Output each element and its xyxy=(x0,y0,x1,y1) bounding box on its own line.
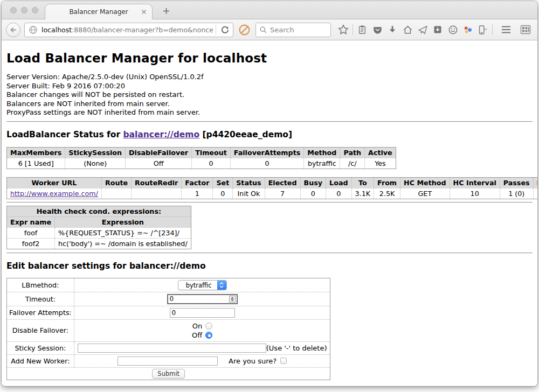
worker-table: Worker URL Route RouteRedir Factor Set S… xyxy=(6,177,537,199)
data-cell: hc('body') =~ /domain is established/ xyxy=(55,238,191,249)
header-cell: Worker URL xyxy=(7,177,102,188)
header-cell: Factor xyxy=(182,177,213,188)
header-cell: Status xyxy=(233,177,265,188)
pocket-button[interactable] xyxy=(370,22,385,37)
header-cell: DisableFailover xyxy=(126,147,192,158)
health-check-table: Health check cond. expressions: Expr nam… xyxy=(6,206,191,249)
edit-settings-heading: Edit balancer settings for balancer://de… xyxy=(6,261,533,271)
persist-note: Balancer changes will NOT be persisted o… xyxy=(6,90,533,100)
select-stepper-icon xyxy=(217,281,226,290)
home-button[interactable] xyxy=(400,22,415,37)
search-input[interactable] xyxy=(270,26,324,34)
worker-url-link[interactable]: http://www.example.com/ xyxy=(10,190,98,198)
disable-failover-label: Disable Failover: xyxy=(7,319,74,341)
plus-icon xyxy=(163,8,170,15)
data-cell: Yes xyxy=(365,158,396,169)
extension-button[interactable] xyxy=(460,22,475,37)
browser-tab[interactable]: Balancer Manager xyxy=(45,4,153,19)
tab-close-icon[interactable] xyxy=(141,9,147,15)
menu-button[interactable] xyxy=(499,22,514,37)
sticky-session-input[interactable] xyxy=(78,344,266,353)
data-cell: 2.5K xyxy=(374,188,400,199)
divider xyxy=(6,121,533,122)
send-button[interactable] xyxy=(415,22,430,37)
reload-button[interactable] xyxy=(219,24,231,36)
server-built: Server Built: Feb 9 2016 07:00:20 xyxy=(6,82,533,91)
failover-attempts-label: Failover Attempts: xyxy=(7,306,74,319)
url-bar[interactable]: localhost:8880/balancer-manager?b=demo&n… xyxy=(24,23,233,37)
data-cell: %{REQUEST_STATUS} =~ /^[234]/ xyxy=(55,227,191,238)
data-cell: Init Ok xyxy=(233,188,265,199)
navigation-toolbar: localhost:8880/balancer-manager?b=demo&n… xyxy=(2,19,537,40)
lbmethod-select[interactable]: bytraffic xyxy=(178,280,227,290)
data-cell: 2 (0) xyxy=(533,188,537,199)
back-button[interactable] xyxy=(6,23,20,37)
edit-balancer-form: LBmethod: bytraffic Timeout: xyxy=(6,278,330,380)
number-stepper-icon[interactable] xyxy=(229,296,236,303)
timeout-input[interactable] xyxy=(167,294,238,304)
data-cell: http://www.example.com/ xyxy=(7,188,102,199)
failover-attempts-input[interactable] xyxy=(170,308,235,318)
divider xyxy=(6,202,533,203)
data-cell: (None) xyxy=(65,158,126,169)
clipboard-button[interactable] xyxy=(355,22,370,37)
bookmark-button[interactable] xyxy=(336,22,351,37)
balancer-status-table: MaxMembers StickySession DisableFailover… xyxy=(6,147,396,169)
home-icon xyxy=(403,25,413,35)
add-worker-input[interactable] xyxy=(118,356,218,366)
feedback-button[interactable] xyxy=(445,22,460,37)
balancer-link[interactable]: balancer://demo xyxy=(123,130,199,139)
clipboard-icon xyxy=(357,25,367,34)
search-bar[interactable] xyxy=(255,23,331,37)
data-cell: 10 xyxy=(450,188,500,199)
header-cell: Set xyxy=(213,177,233,188)
data-cell: 3.1K xyxy=(351,188,374,199)
server-info: Server Version: Apache/2.5.0-dev (Unix) … xyxy=(6,73,533,117)
disable-failover-on-radio[interactable] xyxy=(205,323,212,330)
header-cell: Load xyxy=(326,177,351,188)
disable-failover-off-radio[interactable] xyxy=(205,332,212,339)
data-cell: 0 xyxy=(230,158,304,169)
data-cell: GET xyxy=(400,188,450,199)
data-cell: 0 xyxy=(300,188,326,199)
header-cell: Fails xyxy=(533,177,537,188)
tiles-button[interactable] xyxy=(518,22,533,37)
url-text: localhost:8880/balancer-manager?b=demo&n… xyxy=(42,26,213,34)
tiles-grid-icon xyxy=(520,25,531,34)
data-cell: foof2 xyxy=(7,238,55,249)
balancer-row: 6 [1 Used] (None) Off 0 0 bytraffic /c/ … xyxy=(7,158,396,169)
window-zoom-button[interactable] xyxy=(32,7,38,13)
data-cell xyxy=(132,188,182,199)
content-blocker-button[interactable] xyxy=(238,23,251,37)
data-cell: Off xyxy=(126,158,192,169)
device-icon xyxy=(477,25,489,35)
header-cell: Active xyxy=(365,147,396,158)
new-tab-button[interactable] xyxy=(159,4,173,17)
confirm-checkbox[interactable] xyxy=(280,358,287,364)
panel-download-button[interactable] xyxy=(430,22,445,37)
divider xyxy=(6,253,533,254)
window-controls xyxy=(10,7,38,13)
status-heading: LoadBalancer Status for balancer://demo … xyxy=(6,130,533,139)
data-cell: 0 xyxy=(326,188,351,199)
radio-on-label: On xyxy=(192,322,202,330)
tab-title: Balancer Manager xyxy=(69,8,128,16)
data-cell: /c/ xyxy=(340,158,365,169)
smiley-icon xyxy=(448,25,458,35)
page-content: Load Balancer Manager for localhost Serv… xyxy=(2,40,537,386)
window-minimize-button[interactable] xyxy=(21,7,27,13)
data-cell: foof xyxy=(7,227,55,238)
colored-dots-icon xyxy=(463,25,473,35)
device-button[interactable] xyxy=(475,22,490,37)
window-close-button[interactable] xyxy=(10,7,17,13)
submit-button[interactable]: Submit xyxy=(152,369,185,379)
health-row: foof %{REQUEST_STATUS} =~ /^[234]/ xyxy=(7,227,191,238)
hamburger-menu-icon xyxy=(501,25,512,34)
header-cell: Expr name xyxy=(7,216,55,227)
data-cell xyxy=(101,188,131,199)
pocket-icon xyxy=(372,25,383,35)
inherit-note: Balancers are NOT inherited from main se… xyxy=(6,100,533,109)
header-cell: Method xyxy=(304,147,340,158)
header-cell: HC Method xyxy=(400,177,450,188)
download-button[interactable] xyxy=(385,22,400,37)
